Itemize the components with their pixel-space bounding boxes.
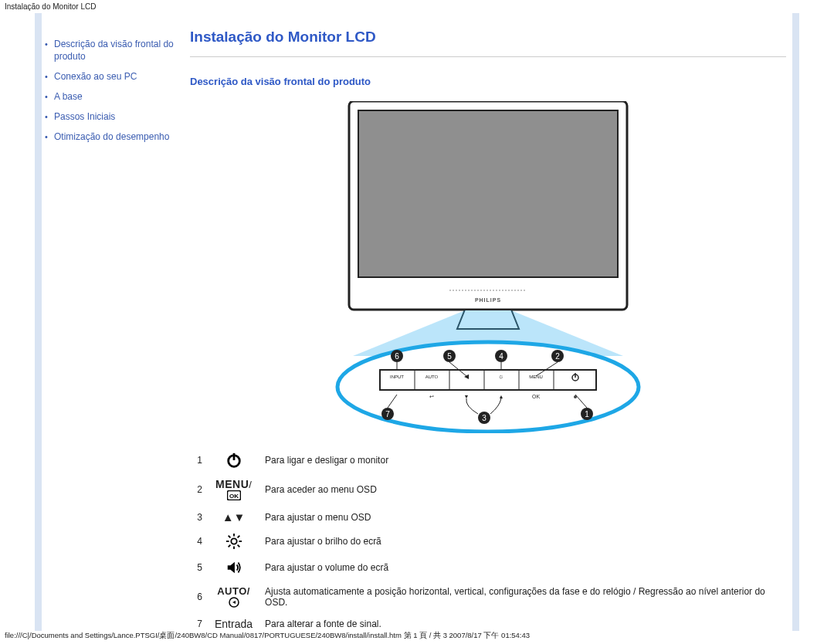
legend-desc: Para ajustar o menu OSD	[259, 506, 786, 528]
sidebar-link[interactable]: Passos Iniciais	[54, 110, 115, 123]
table-row: 5 Para ajustar o volume do ecrã	[190, 554, 786, 581]
footer-path: file:///C|/Documents and Settings/Lance.…	[5, 631, 829, 641]
decor-bar-right	[792, 13, 799, 631]
bullet-icon: •	[45, 130, 54, 143]
table-row: 1 Para ligar e desligar o monitor	[190, 447, 786, 473]
svg-line-55	[237, 536, 239, 538]
svg-text:OK: OK	[532, 394, 540, 399]
divider	[190, 56, 786, 57]
brightness-icon	[208, 528, 259, 554]
svg-text:INPUT: INPUT	[390, 375, 404, 379]
svg-rect-1	[358, 110, 618, 277]
decor-bar-left	[35, 13, 42, 631]
sidebar-nav: • Descrição da visão frontal do produto …	[45, 21, 190, 635]
sidebar-item[interactable]: • Passos Iniciais	[45, 110, 185, 123]
legend-table: 1 Para ligar e desligar o monitor 2 MENU…	[190, 447, 786, 635]
legend-num: 2	[190, 473, 208, 506]
sidebar-link[interactable]: Otimização do desempenho	[54, 130, 169, 143]
svg-line-54	[228, 545, 230, 547]
brand-label: PHILIPS	[475, 297, 501, 303]
table-row: 3 ▲▼ Para ajustar o menu OSD	[190, 506, 786, 528]
window-title: Instalação do Monitor LCD	[0, 0, 834, 13]
svg-text:2: 2	[555, 352, 560, 361]
sidebar-item[interactable]: • Descrição da visão frontal do produto	[45, 38, 185, 63]
svg-line-53	[237, 545, 239, 547]
svg-text:4: 4	[499, 352, 503, 361]
sidebar-item[interactable]: • A base	[45, 90, 185, 103]
svg-text:▼: ▼	[464, 394, 470, 399]
legend-desc: Para ligar e desligar o monitor	[259, 447, 786, 473]
legend-desc: Para ajustar o brilho do ecrã	[259, 528, 786, 554]
svg-text:MENU: MENU	[529, 375, 543, 379]
sidebar-link[interactable]: Descrição da visão frontal do produto	[54, 38, 185, 63]
sidebar-item[interactable]: • Conexão ao seu PC	[45, 70, 185, 83]
legend-desc: Para ajustar o volume do ecrã	[259, 554, 786, 581]
table-row: 2 MENU/OK Para aceder ao menu OSD	[190, 473, 786, 506]
svg-text:3: 3	[482, 414, 486, 422]
legend-wrap: 1 Para ligar e desligar o monitor 2 MENU…	[190, 447, 786, 635]
bullet-icon: •	[45, 90, 54, 103]
svg-text:5: 5	[447, 352, 452, 361]
legend-desc: Para aceder ao menu OSD	[259, 473, 786, 506]
bullet-icon: •	[45, 38, 54, 50]
sidebar-item[interactable]: • Otimização do desempenho	[45, 130, 185, 143]
svg-text:☼: ☼	[498, 373, 503, 380]
legend-num: 3	[190, 506, 208, 528]
svg-text:1: 1	[585, 410, 589, 419]
up-down-icon: ▲▼	[208, 506, 259, 528]
bullet-icon: •	[45, 70, 54, 83]
sidebar-link[interactable]: A base	[54, 90, 83, 103]
legend-num: 5	[190, 554, 208, 581]
svg-line-52	[228, 536, 230, 538]
svg-text:7: 7	[385, 410, 390, 419]
content-area: • Descrição da visão frontal do produto …	[45, 13, 789, 631]
figure-container: PHILIPS	[190, 101, 786, 433]
auto-back-icon: AUTO/	[208, 581, 259, 613]
page-body: • Descrição da visão frontal do produto …	[0, 13, 834, 631]
menu-ok-icon: MENU/OK	[208, 473, 259, 506]
monitor-figure: PHILIPS	[326, 101, 650, 433]
section-heading: Descrição da visão frontal do produto	[190, 76, 786, 87]
legend-num: 4	[190, 528, 208, 554]
power-icon	[208, 447, 259, 473]
legend-num: 1	[190, 447, 208, 473]
sidebar-link[interactable]: Conexão ao seu PC	[54, 70, 137, 83]
svg-text:▲: ▲	[499, 394, 504, 399]
svg-text:◀: ◀	[464, 373, 470, 380]
svg-point-47	[231, 538, 236, 544]
legend-desc: Ajusta automaticamente a posição horizon…	[259, 581, 786, 613]
svg-text:OK: OK	[229, 493, 239, 500]
bullet-icon: •	[45, 110, 54, 123]
table-row: 6 AUTO/ Ajusta automaticamente a posição…	[190, 581, 786, 613]
table-row: 4 Para ajustar o brilho do ecrã	[190, 528, 786, 554]
page-title: Instalação do Monitor LCD	[190, 29, 786, 46]
svg-text:AUTO: AUTO	[425, 375, 439, 379]
svg-text:6: 6	[395, 352, 399, 361]
legend-num: 6	[190, 581, 208, 613]
volume-icon	[208, 554, 259, 581]
monitor-svg: PHILIPS	[326, 101, 650, 433]
svg-text:↩: ↩	[429, 394, 434, 399]
main-column: Instalação do Monitor LCD Descrição da v…	[190, 21, 789, 635]
svg-rect-4	[380, 370, 596, 390]
